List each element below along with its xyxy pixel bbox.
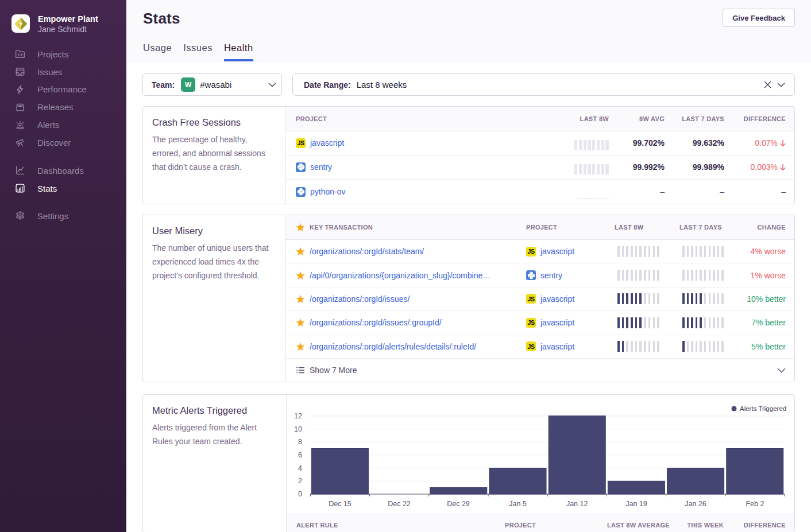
svg-text:Dec 15: Dec 15: [329, 500, 352, 508]
svg-text:Feb 2: Feb 2: [746, 500, 764, 508]
svg-text:4: 4: [298, 464, 302, 472]
svg-text:Dec 29: Dec 29: [447, 500, 470, 508]
svg-text:Dec 22: Dec 22: [388, 500, 411, 508]
svg-text:Jan 5: Jan 5: [509, 500, 527, 508]
svg-text:Alerts Triggered: Alerts Triggered: [740, 405, 786, 412]
svg-text:0: 0: [298, 490, 302, 498]
svg-text:6: 6: [298, 451, 302, 459]
svg-text:Jan 19: Jan 19: [625, 500, 647, 508]
svg-text:8: 8: [298, 438, 302, 446]
svg-text:Jan 26: Jan 26: [685, 500, 706, 508]
svg-text:12: 12: [294, 412, 302, 420]
svg-text:2: 2: [298, 477, 302, 485]
svg-text:10: 10: [294, 425, 302, 433]
svg-text:Jan 12: Jan 12: [566, 500, 588, 508]
